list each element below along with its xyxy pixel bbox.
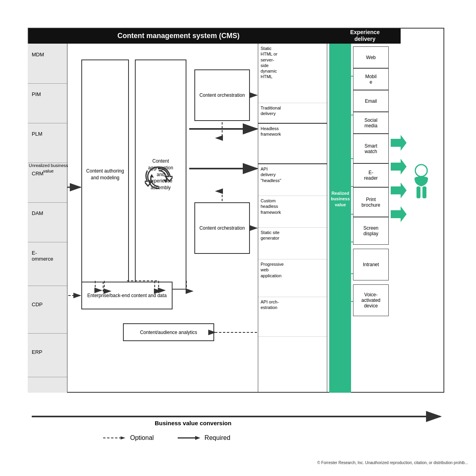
left-sidebar: MDM PIM PLM CRM DAM E-ommerce CDP ERP xyxy=(28,44,67,393)
copyright-text: © Forrester Research, Inc. Unauthorized … xyxy=(317,461,468,465)
content-orchestration-top-box: Content orchestration xyxy=(194,69,250,121)
content-orchestration-bottom-text: Content orchestration xyxy=(200,225,245,232)
svg-marker-11 xyxy=(391,159,407,175)
channel-social-media: Socialmedia xyxy=(353,112,389,134)
label-mdm: MDM xyxy=(32,52,44,58)
content-orchestration-bottom-box: Content orchestration xyxy=(194,202,250,254)
green-experience-column: Realizedbusinessvalue xyxy=(329,44,351,393)
label-erp: ERP xyxy=(32,349,42,355)
channel-intranet: Intranet xyxy=(353,249,389,280)
label-plm: PLM xyxy=(32,131,42,137)
legend-optional: Optional xyxy=(103,434,154,441)
svg-marker-12 xyxy=(391,182,407,198)
svg-rect-15 xyxy=(416,186,420,198)
analytics-text: Content/audience analytics xyxy=(140,330,197,335)
content-authoring-box: Content authoring and modeling xyxy=(81,60,129,290)
channel-web: Web xyxy=(353,46,389,68)
diagram-container: Content management system (CMS) Experien… xyxy=(4,8,472,468)
svg-marker-41 xyxy=(121,436,125,440)
label-ecommerce: E-ommerce xyxy=(32,250,53,262)
svg-marker-13 xyxy=(391,206,407,222)
green-arrows xyxy=(391,135,407,254)
channel-screen-display: Screendisplay xyxy=(353,217,389,245)
delivery-row-static-html: StaticHTML orserver-sidedynamicHTML xyxy=(258,44,327,103)
content-authoring-text: Content authoring and modeling xyxy=(82,168,128,181)
svg-rect-16 xyxy=(422,186,426,198)
delivery-row-static-site: Static sitegenerator xyxy=(258,228,327,259)
channel-email: Email xyxy=(353,90,389,112)
circular-arrows-icon xyxy=(143,163,175,194)
channel-mobile: Mobile xyxy=(353,68,389,90)
label-dam: DAM xyxy=(32,210,43,216)
legend-required: Required xyxy=(178,434,230,441)
delivery-row-api-orch: API orch-estration xyxy=(258,297,327,337)
enterprise-text: Enterprise/back-end content and data xyxy=(87,292,167,299)
legend-optional-label: Optional xyxy=(130,434,154,441)
label-cdp: CDP xyxy=(32,301,42,307)
bv-label: Business value conversion xyxy=(155,420,231,426)
required-arrow-icon xyxy=(178,435,202,441)
person-icon xyxy=(411,163,430,202)
delivery-row-progressive: Progressivewebapplication xyxy=(258,259,327,297)
svg-point-14 xyxy=(415,165,427,177)
legend: Optional Required xyxy=(103,434,230,441)
optional-arrow-icon xyxy=(103,435,127,441)
enterprise-box: Enterprise/back-end content and data xyxy=(81,282,173,309)
analytics-box: Content/audience analytics xyxy=(123,323,214,341)
unrealized-value-text: Unrealized business value xyxy=(29,163,68,173)
realized-value-text: Realizedbusinessvalue xyxy=(330,190,350,207)
channel-voice-activated: Voice-activateddevice xyxy=(353,284,389,316)
channel-smart-watch: Smartwatch xyxy=(353,134,389,163)
svg-marker-43 xyxy=(195,436,200,440)
legend-required-label: Required xyxy=(205,434,230,441)
delivery-row-api: APIdelivery"headless" xyxy=(258,164,327,196)
content-orchestration-top-text: Content orchestration xyxy=(200,92,245,99)
channel-e-reader: E-reader xyxy=(353,163,389,187)
channel-print-brochure: Printbrochure xyxy=(353,187,389,217)
unrealized-value: Unrealized business value xyxy=(29,163,68,174)
svg-marker-10 xyxy=(391,135,407,151)
delivery-row-empty xyxy=(258,337,327,393)
delivery-column: StaticHTML orserver-sidedynamicHTML Trad… xyxy=(258,44,327,393)
delivery-row-headless: Headlessframework xyxy=(258,124,327,163)
label-pim: PIM xyxy=(32,91,41,97)
delivery-row-traditional: Traditionaldelivery xyxy=(258,103,327,123)
green-connectors xyxy=(349,44,357,393)
delivery-row-custom-headless: Customheadlessframework xyxy=(258,196,327,228)
